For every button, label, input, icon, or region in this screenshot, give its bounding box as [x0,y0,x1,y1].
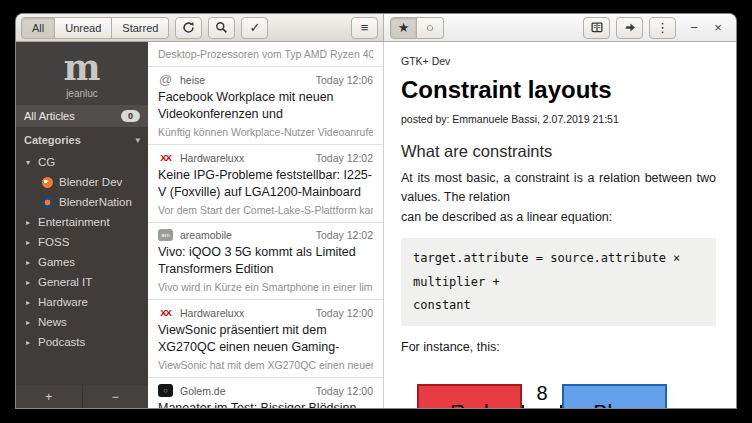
expander-icon[interactable]: ▾ [26,158,38,167]
close-icon: × [714,20,722,35]
sidebar-item-entertainment[interactable]: ▸ Entertainment [16,212,148,232]
categories-label: Categories [24,134,81,146]
category-tree: ▾ CG Blender Dev BlenderNation ▸ Enterta… [16,152,148,384]
unread-count-badge: 0 [121,110,140,122]
article-date: Today 12:00 [316,307,373,319]
article-snippet: Vor dem Start der Comet-Lake-S-Plattform… [158,204,373,216]
blue-box: Blue [562,384,667,408]
book-icon [590,21,604,34]
article-date: Today 12:06 [316,74,373,86]
heise-feed-icon: @ [158,73,173,86]
mark-read-button[interactable]: ✓ [241,17,268,39]
list-item[interactable]: XX Hardwareluxx Today 12:00 ViewSonic pr… [148,300,383,378]
sidebar-item-news[interactable]: ▸ News [16,312,148,332]
article-date: Today 12:02 [316,152,373,164]
sidebar-item-blendernation[interactable]: BlenderNation [16,192,148,212]
list-item[interactable]: Desktop-Prozessoren vom Typ AMD Ryzen 40… [148,42,383,67]
filter-all-button[interactable]: All [21,17,55,39]
sidebar-categories-header[interactable]: Categories ▾ [16,127,148,152]
reader-mode-button[interactable] [583,17,610,39]
header-bar: All Unread Starred ✓ ≡ [16,14,736,42]
star-icon: ★ [398,21,410,34]
app-window: All Unread Starred ✓ ≡ [16,14,736,408]
article-date: Today 12:00 [316,385,373,397]
article-title: Maneater im Test: Bissiger Blödsinn [158,400,373,408]
article-snippet: Künftig können Workplace-Nutzer Videoanr… [158,126,373,138]
expander-icon[interactable]: ▸ [26,278,38,287]
sidebar-item-all-articles[interactable]: All Articles 0 [16,105,148,127]
expander-icon[interactable]: ▸ [26,318,38,327]
mark-unread-button[interactable]: ○ [417,17,444,39]
remove-feed-button[interactable]: − [83,385,149,408]
connector-cap-left [522,405,524,408]
expander-icon[interactable]: ▸ [26,238,38,247]
close-button[interactable]: × [706,17,730,39]
filter-unread-button[interactable]: Unread [55,17,112,39]
golem-feed-icon: ○ [158,384,173,397]
article-title: ViewSonic präsentiert mit dem XG270QC ei… [158,322,373,356]
search-button[interactable] [208,17,235,39]
kebab-menu-icon: ⋮ [656,21,669,34]
chevron-down-icon: ▾ [135,135,140,145]
more-options-button[interactable]: ⋮ [649,17,676,39]
sidebar-item-blender-dev[interactable]: Blender Dev [16,172,148,192]
article-date: Today 12:02 [316,229,373,241]
refresh-icon [182,21,195,34]
filter-starred-button[interactable]: Starred [112,17,169,39]
list-item[interactable]: ○ Golem.de Today 12:00 Maneater im Test:… [148,378,383,408]
article-snippet: Vivo wird in Kürze ein Smartphone in ein… [158,281,373,293]
category-label: Games [38,256,75,268]
expander-icon[interactable]: ▸ [26,298,38,307]
category-label: News [38,316,67,328]
launch-arrow-icon [623,21,637,34]
article-state-button-group: ★ ○ [390,17,444,39]
list-item[interactable]: XX Hardwareluxx Today 12:02 Keine IPG-Pr… [148,145,383,223]
feed-label: Blender Dev [59,176,122,188]
blender-feed-icon [42,177,53,188]
feed-name: Golem.de [180,385,226,397]
category-label: General IT [38,276,92,288]
category-label: Podcasts [38,336,85,348]
app-logo: m jeanluc [16,42,148,105]
article-title: Facebook Workplace mit neuen Videokonfer… [158,89,373,123]
add-feed-button[interactable]: + [16,385,82,408]
article-section-heading: What are constraints [401,142,716,161]
sidebar-item-cg[interactable]: ▾ CG [16,152,148,172]
star-article-button[interactable]: ★ [390,17,417,39]
article-title: Vivo: iQOO 3 5G kommt als Limited Transf… [158,244,373,278]
sidebar-item-podcasts[interactable]: ▸ Podcasts [16,332,148,352]
article-page-title: Constraint layouts [401,76,716,104]
main-area: m jeanluc All Articles 0 Categories ▾ ▾ … [16,42,736,408]
sidebar-actions: + − [16,385,148,408]
expander-icon[interactable]: ▸ [26,258,38,267]
article-byline: posted by: Emmanuele Bassi, 2.07.2019 21… [401,113,716,125]
all-articles-label: All Articles [24,110,75,122]
code-block: target.attribute = source.attribute × mu… [401,238,716,326]
list-item[interactable]: am areamobile Today 12:02 Vivo: iQOO 3 5… [148,223,383,300]
logo-glyph: m [16,50,148,86]
sidebar-item-general-it[interactable]: ▸ General IT [16,272,148,292]
open-in-browser-button[interactable] [616,17,643,39]
refresh-button[interactable] [175,17,202,39]
search-icon [215,21,228,34]
expander-icon[interactable]: ▸ [26,338,38,347]
sidebar-item-hardware[interactable]: ▸ Hardware [16,292,148,312]
sidebar-item-foss[interactable]: ▸ FOSS [16,232,148,252]
list-menu-button[interactable]: ≡ [351,17,378,39]
minimize-button[interactable]: − [682,17,706,39]
article-view: GTK+ Dev Constraint layouts posted by: E… [384,42,736,408]
check-icon: ✓ [249,21,260,34]
feed-name: areamobile [180,229,232,241]
list-item[interactable]: @ heise Today 12:06 Facebook Workplace m… [148,67,383,145]
article-paragraph: can be described as a linear equation: [401,208,716,227]
sidebar-item-games[interactable]: ▸ Games [16,252,148,272]
expander-icon[interactable]: ▸ [26,218,38,227]
areamobile-feed-icon: am [158,229,173,241]
feed-label: BlenderNation [59,196,132,208]
article-list: Desktop-Prozessoren vom Typ AMD Ryzen 40… [148,42,384,408]
article-snippet: ViewSonic hat mit dem XG270QC einen neue… [158,359,373,371]
spacing-value: 8 [522,382,562,405]
minimize-icon: − [690,20,698,35]
article-snippet: Desktop-Prozessoren vom Typ AMD Ryzen 40… [158,48,373,60]
article-paragraph: At its most basic, a constraint is a rel… [401,169,716,208]
